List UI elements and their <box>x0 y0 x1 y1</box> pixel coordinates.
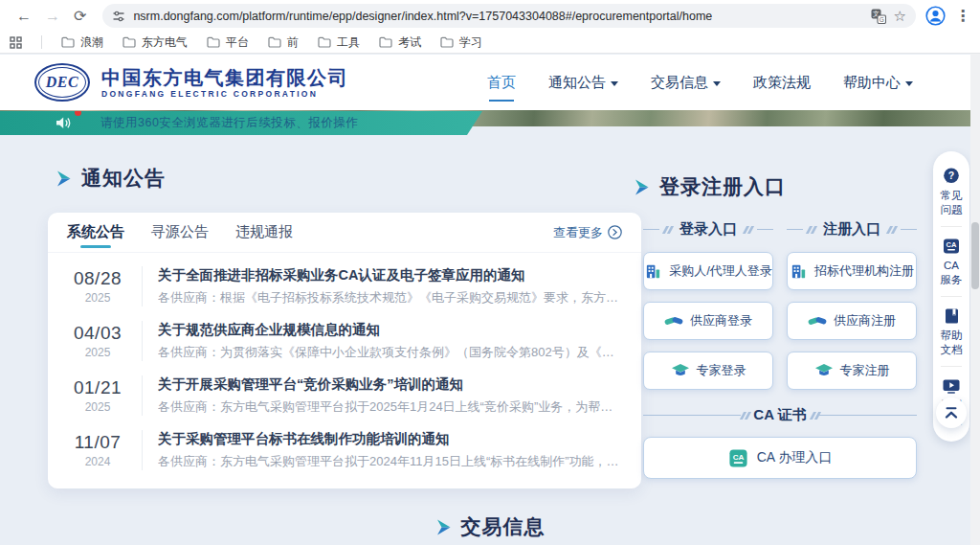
graduation-cap-icon <box>814 361 834 380</box>
company-name-en: DONGFANG ELECTRIC CORPORATION <box>101 89 348 99</box>
site-header: DEC 中国东方电气集团有限公司 DONGFANG ELECTRIC CORPO… <box>0 55 980 110</box>
notice-desc: 各供应商：根据《电子招标投标系统技术规范》《电子采购交易规范》要求，东方电气采购… <box>158 289 624 307</box>
scrollbar-track[interactable] <box>970 54 980 545</box>
notice-section-heading: 通知公告 <box>56 165 166 192</box>
notice-list-item[interactable]: 08/282025 关于全面推进非招标采购业务CA认证及电子签章应用的通知各供应… <box>65 259 624 313</box>
bookmarks-divider <box>41 35 42 49</box>
chevron-up-icon <box>944 406 959 420</box>
handshake-icon <box>808 311 827 330</box>
supplier-login-button[interactable]: 供应商登录 <box>643 302 773 340</box>
notice-list-item[interactable]: 11/072024 关于采购管理平台标书在线制作功能培训的通知各供应商：东方电气… <box>65 422 624 477</box>
menu-dots-icon[interactable]: ⋮ <box>955 7 970 25</box>
tab-violation-reports[interactable]: 违规通报 <box>235 213 293 253</box>
ca-service-shortcut[interactable]: CA CA服务 <box>939 233 964 294</box>
nav-item-home[interactable]: 首页 <box>487 66 516 100</box>
dec-logo-icon: DEC <box>34 63 90 102</box>
notice-year: 2024 <box>65 455 130 468</box>
help-docs-shortcut[interactable]: 帮助文档 <box>939 303 964 364</box>
graduation-cap-icon <box>671 361 690 380</box>
notice-date: 04/03 <box>65 323 130 344</box>
scrollbar-thumb[interactable] <box>971 222 979 289</box>
ca-apply-button[interactable]: CA CA 办理入口 <box>643 437 917 479</box>
bookmark-folder-exam[interactable]: 考试 <box>379 34 421 51</box>
notice-tabs: 系统公告 寻源公告 违规通报 查看更多 <box>48 213 641 253</box>
notice-date: 11/07 <box>65 432 130 453</box>
nav-item-trade-info[interactable]: 交易信息 <box>651 66 721 100</box>
view-more-link[interactable]: 查看更多 <box>553 224 622 241</box>
ca-card-icon: CA <box>942 237 961 256</box>
bookmark-folder-langchao[interactable]: 浪潮 <box>61 34 103 51</box>
ca-group-header: CA 证书 <box>643 406 917 424</box>
notice-year: 2025 <box>65 346 130 359</box>
dropdown-caret-icon <box>611 81 618 86</box>
reload-icon[interactable]: ⟳ <box>74 9 86 24</box>
faq-shortcut[interactable]: ? 常见问题 <box>939 163 964 224</box>
main-nav: 首页 通知公告 交易信息 政策法规 帮助中心 <box>487 66 913 100</box>
supplier-register-button[interactable]: 供应商注册 <box>787 302 917 340</box>
address-bar[interactable]: nsrm.dongfang.com/platform/runtime/epp/d… <box>102 4 916 28</box>
ca-badge-icon: CA <box>728 448 748 468</box>
entry-buttons: 采购人/代理人登录 招标代理机构注册 供应商登录 供应商注册 专家登录 专家注册 <box>643 252 917 390</box>
translate-icon[interactable]: 文G <box>871 9 886 24</box>
notice-title[interactable]: 关于规范供应商企业规模信息的通知 <box>158 321 624 339</box>
purchaser-login-button[interactable]: 采购人/代理人登录 <box>643 252 773 290</box>
url-text[interactable]: nsrm.dongfang.com/platform/runtime/epp/d… <box>133 10 862 23</box>
nav-item-notices[interactable]: 通知公告 <box>548 66 618 100</box>
company-logo[interactable]: DEC 中国东方电气集团有限公司 DONGFANG ELECTRIC CORPO… <box>34 63 348 102</box>
notice-date: 01/21 <box>65 377 130 398</box>
question-icon: ? <box>942 167 961 186</box>
entry-group-headers: 登录入口 注册入口 <box>643 220 917 238</box>
bookmark-folder-qian[interactable]: 前 <box>268 34 299 51</box>
bookmark-star-icon[interactable]: ☆ <box>894 8 906 25</box>
login-panel: 登录入口 注册入口 采购人/代理人登录 招标代理机构注册 供应商登录 <box>643 220 917 479</box>
expert-register-button[interactable]: 专家注册 <box>787 352 917 390</box>
bookmark-folder-study[interactable]: 学习 <box>440 34 482 51</box>
tab-sourcing-notices[interactable]: 寻源公告 <box>151 213 209 253</box>
handshake-icon <box>664 311 683 330</box>
nav-item-help-center[interactable]: 帮助中心 <box>843 66 913 100</box>
back-to-top-button[interactable] <box>936 397 967 428</box>
screen: ← → ⟳ nsrm.dongfang.com/platform/runtime… <box>0 0 980 545</box>
tab-system-notices[interactable]: 系统公告 <box>67 213 124 253</box>
notice-desc: 各供应商：东方电气采购管理平台拟于2024年11月15日上线“标书在线制作”功能… <box>158 453 624 470</box>
notice-date: 08/28 <box>65 268 130 289</box>
alert-text: 请使用360安全浏览器进行后续投标、报价操作 <box>100 115 358 131</box>
bookmark-folder-dongfang[interactable]: 东方电气 <box>122 34 188 51</box>
login-section-heading: 登录注册入口 <box>634 173 786 200</box>
notice-list: 08/282025 关于全面推进非招标采购业务CA认证及电子签章应用的通知各供应… <box>48 253 641 477</box>
notice-card: 系统公告 寻源公告 违规通报 查看更多 08/282025 关于全面推进非招标采… <box>48 213 641 488</box>
section-arrow-icon <box>634 179 649 195</box>
back-icon[interactable]: ← <box>16 9 32 24</box>
bookmark-folder-platform[interactable]: 平台 <box>207 34 249 51</box>
dropdown-caret-icon <box>905 81 913 86</box>
trade-info-section-title: 交易信息 <box>461 513 546 540</box>
notice-title[interactable]: 关于全面推进非招标采购业务CA认证及电子签章应用的通知 <box>158 266 624 284</box>
login-group-header: 登录入口 <box>643 220 773 238</box>
notice-desc: 各供应商：为贯彻落实《保障中小企业款项支付条例》（国务院令第802号）及《中小企… <box>158 344 624 361</box>
dropdown-caret-icon <box>713 81 721 86</box>
notice-title[interactable]: 关于采购管理平台标书在线制作功能培训的通知 <box>158 430 624 448</box>
notice-list-item[interactable]: 04/032025 关于规范供应商企业规模信息的通知各供应商：为贯彻落实《保障中… <box>65 313 624 368</box>
notice-section-title: 通知公告 <box>81 165 166 192</box>
notice-desc: 各供应商：东方电气采购管理平台拟于2025年1月24日上线“竞价采购”业务，为帮… <box>158 398 624 416</box>
section-arrow-icon <box>56 170 71 187</box>
svg-text:CA: CA <box>947 240 957 249</box>
nav-item-policies[interactable]: 政策法规 <box>753 66 811 100</box>
apps-grid-icon[interactable] <box>10 36 22 49</box>
notice-list-item[interactable]: 01/212025 关于开展采购管理平台“竞价采购业务”培训的通知各供应商：东方… <box>65 368 624 422</box>
trade-info-section-heading: 交易信息 <box>0 513 980 540</box>
svg-text:?: ? <box>948 170 954 181</box>
notice-title[interactable]: 关于开展采购管理平台“竞价采购业务”培训的通知 <box>158 375 624 394</box>
profile-avatar[interactable] <box>925 6 946 26</box>
notice-year: 2025 <box>65 291 130 305</box>
site-settings-icon[interactable] <box>112 10 125 23</box>
agency-register-button[interactable]: 招标代理机构注册 <box>787 252 917 290</box>
svg-text:G: G <box>879 15 883 22</box>
section-arrow-icon <box>435 519 451 535</box>
company-name-cn: 中国东方电气集团有限公司 <box>101 67 348 89</box>
expert-login-button[interactable]: 专家登录 <box>643 352 773 390</box>
bookmark-folder-tools[interactable]: 工具 <box>318 34 360 51</box>
register-group-header: 注册入口 <box>787 220 917 238</box>
building-icon <box>644 262 662 281</box>
forward-icon[interactable]: → <box>45 9 60 24</box>
